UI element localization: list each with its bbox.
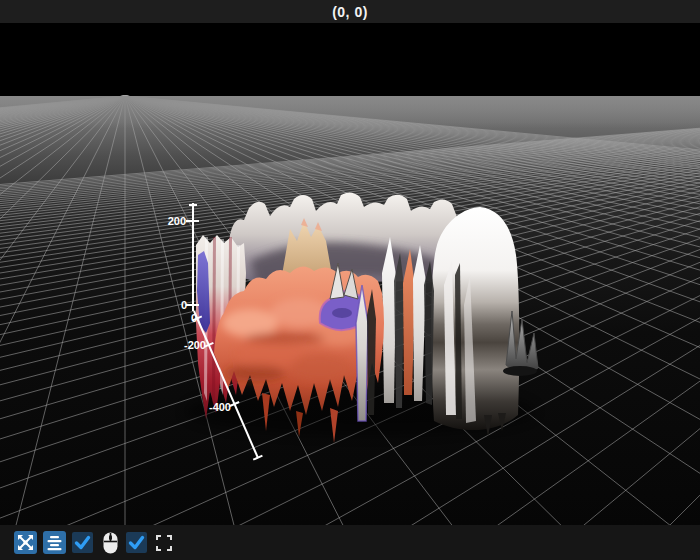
claw-base-shadow: [503, 366, 537, 376]
horizon-haze: [0, 96, 700, 128]
sky: [0, 23, 700, 96]
mouse-indicator[interactable]: [100, 531, 120, 555]
axis-label-200: 200: [168, 215, 186, 227]
fullscreen-button[interactable]: [154, 531, 174, 555]
3d-viewport[interactable]: 200 0 0 -200 -400: [0, 23, 700, 525]
mouse-toggle-checkbox[interactable]: [72, 532, 93, 553]
surface-plot[interactable]: [185, 192, 538, 443]
axis-label-z0: 0: [181, 299, 187, 311]
axis-label-m400: -400: [209, 401, 231, 413]
violet-patch-core: [332, 308, 352, 318]
checkmark-icon: [127, 533, 146, 552]
title-bar: (0, 0): [0, 0, 700, 24]
white-dome: [431, 207, 519, 430]
mouse-icon: [103, 532, 118, 554]
four-arrows-icon: [17, 534, 34, 551]
align-center-button[interactable]: [43, 531, 66, 554]
axis-label-m200: -200: [184, 339, 206, 351]
fullscreen-corners-icon: [156, 535, 172, 551]
fullscreen-toggle-checkbox[interactable]: [126, 532, 147, 553]
checkmark-icon: [73, 533, 92, 552]
align-bars-icon: [46, 534, 63, 551]
bottom-toolbar: [0, 525, 700, 560]
axis-label-d0: 0: [191, 312, 197, 324]
app-window: (0, 0): [0, 0, 700, 560]
window-title: (0, 0): [332, 4, 368, 20]
scene-canvas[interactable]: 200 0 0 -200 -400: [0, 23, 700, 525]
reset-camera-button[interactable]: [14, 531, 37, 554]
